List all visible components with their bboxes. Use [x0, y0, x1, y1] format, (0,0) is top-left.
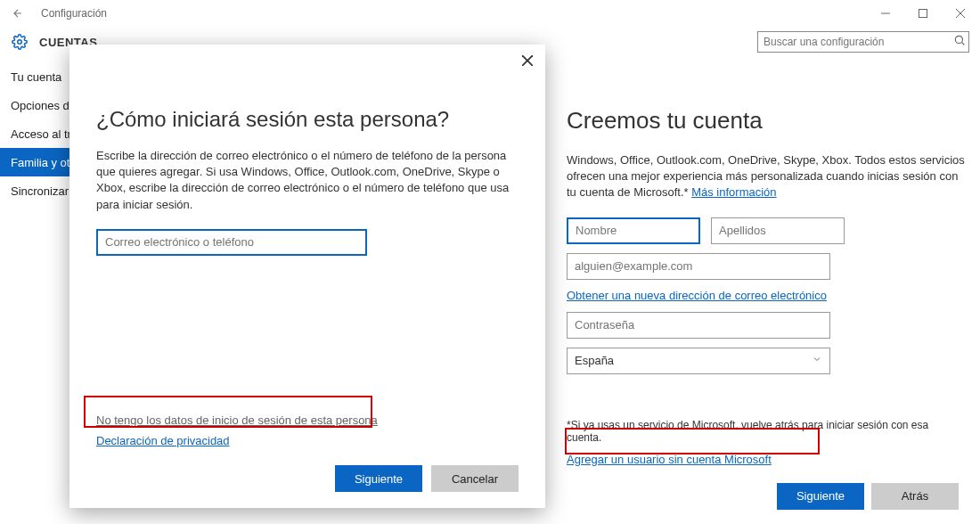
search-input[interactable]	[757, 31, 969, 53]
email-or-phone-input[interactable]	[96, 229, 367, 256]
close-window-button[interactable]	[948, 3, 973, 24]
window-controls	[873, 3, 973, 24]
first-name-input[interactable]	[567, 217, 700, 244]
no-signin-info-link[interactable]: No tengo los datos de inicio de sesión d…	[96, 413, 519, 427]
settings-gear-icon	[11, 33, 29, 51]
search-wrap	[757, 31, 969, 53]
name-row	[567, 217, 966, 244]
chevron-down-icon	[812, 354, 822, 367]
password-input[interactable]	[567, 312, 830, 339]
modal-cancel-button[interactable]: Cancelar	[431, 465, 519, 492]
country-select[interactable]: España	[567, 348, 830, 374]
maximize-icon	[919, 9, 927, 18]
app-title: Configuración	[41, 7, 107, 20]
svg-point-5	[955, 36, 962, 43]
more-info-link[interactable]: Más información	[691, 185, 776, 199]
modal-close-button[interactable]	[519, 52, 536, 70]
minimize-button[interactable]	[873, 3, 898, 24]
search-icon	[953, 34, 966, 50]
titlebar: Configuración	[0, 0, 980, 27]
create-back-button[interactable]: Atrás	[871, 483, 959, 510]
gear-icon	[12, 34, 28, 50]
get-new-email-link[interactable]: Obtener una nueva dirección de correo el…	[567, 289, 827, 302]
close-icon	[956, 9, 965, 18]
svg-line-6	[962, 43, 965, 45]
modal-lower: No tengo los datos de inicio de sesión d…	[96, 413, 519, 492]
signin-modal: ¿Cómo iniciará sesión esta persona? Escr…	[69, 45, 545, 508]
create-account-panel: Creemos tu cuenta Windows, Office, Outlo…	[567, 107, 966, 510]
arrow-left-icon	[12, 7, 24, 20]
modal-description: Escribe la dirección de correo electróni…	[96, 148, 519, 213]
last-name-input[interactable]	[711, 217, 845, 244]
create-note: *Si ya usas un servicio de Microsoft, vu…	[567, 419, 966, 444]
minimize-icon	[881, 9, 890, 18]
modal-title: ¿Cómo iniciará sesión esta persona?	[96, 107, 519, 132]
close-icon	[522, 55, 533, 66]
svg-point-4	[18, 40, 22, 45]
add-user-without-ms-link[interactable]: Agregar un usuario sin cuenta Microsoft	[567, 453, 772, 466]
create-buttons: Siguiente Atrás	[567, 483, 959, 510]
back-button[interactable]	[7, 3, 29, 24]
create-title: Creemos tu cuenta	[567, 107, 966, 135]
privacy-statement-link[interactable]: Declaración de privacidad	[96, 434, 519, 447]
modal-buttons: Siguiente Cancelar	[96, 465, 519, 492]
country-value: España	[575, 354, 614, 367]
email-input[interactable]	[567, 253, 830, 280]
create-description: Windows, Office, Outlook.com, OneDrive, …	[567, 152, 966, 201]
create-next-button[interactable]: Siguiente	[777, 483, 864, 510]
modal-next-button[interactable]: Siguiente	[335, 465, 422, 492]
svg-rect-1	[919, 10, 927, 18]
maximize-button[interactable]	[911, 3, 935, 24]
